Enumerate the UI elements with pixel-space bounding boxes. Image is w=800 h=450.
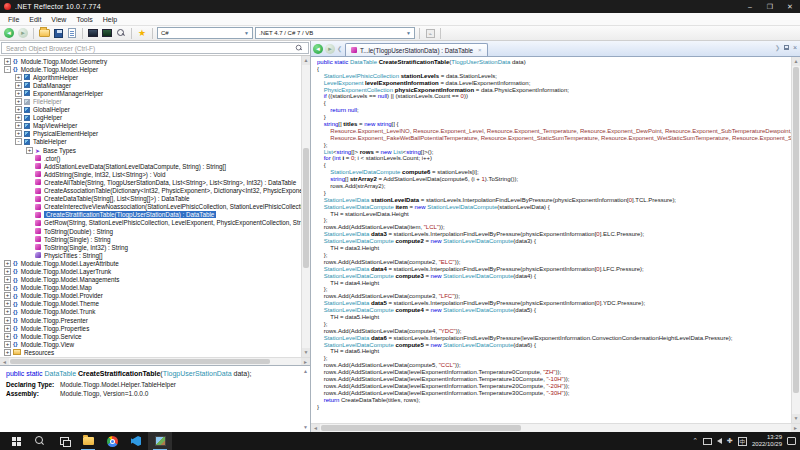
- title-bar[interactable]: .NET Reflector 10.0.7.774 – ❐ ✕: [0, 0, 800, 13]
- maximize-button[interactable]: ❐: [760, 0, 780, 13]
- tree-item[interactable]: +{}Module.Tlogp.Model.LayerTrunk: [0, 267, 301, 275]
- tab-decompiled-method[interactable]: T...le(TlogpUserStationData) : DataTable…: [345, 43, 488, 56]
- input-icon[interactable]: ✚: [727, 437, 733, 445]
- expander-icon[interactable]: +: [4, 349, 11, 356]
- tree-item[interactable]: +ExponentManagerHelper: [0, 89, 301, 97]
- expander-icon[interactable]: +: [4, 292, 11, 299]
- tree-item[interactable]: +{}Module.Tlogp.Model.Trunk: [0, 308, 301, 316]
- file-explorer-button[interactable]: [76, 432, 100, 450]
- scroll-left-icon[interactable]: ◄: [0, 358, 9, 365]
- assembly-list-button[interactable]: [87, 27, 99, 39]
- forward-button[interactable]: ►: [17, 27, 29, 39]
- tree-item[interactable]: ToString(Single, Int32) : String: [0, 243, 301, 251]
- assembly-source-button[interactable]: [101, 27, 113, 39]
- expander-icon[interactable]: +: [15, 122, 22, 129]
- menu-item-tools[interactable]: Tools: [71, 15, 97, 24]
- tree-item[interactable]: CreateAllTable(String, TlogpUserStationD…: [0, 178, 301, 186]
- tree-item[interactable]: +{}Module.Tlogp.Model.Theme: [0, 300, 301, 308]
- tree-item[interactable]: +{}Module.Tlogp.Presenter: [0, 316, 301, 324]
- tree-item[interactable]: CreateAssociationTable(Dictionary<Int32,…: [0, 187, 301, 195]
- vscode-button[interactable]: [124, 432, 148, 450]
- tree-item[interactable]: +{}Module.Tlogp.Model.Managements: [0, 276, 301, 284]
- tree-item[interactable]: ToString(Double) : String: [0, 227, 301, 235]
- expander-icon[interactable]: +: [15, 82, 22, 89]
- tree-item[interactable]: +PhysicalElementHelper: [0, 130, 301, 138]
- save-button[interactable]: [52, 27, 64, 39]
- close-button[interactable]: ✕: [780, 0, 800, 13]
- tree-item[interactable]: GetRow(String, StationLevelPhisicCollect…: [0, 219, 301, 227]
- tree-item[interactable]: ToString(Single) : String: [0, 235, 301, 243]
- tree-item[interactable]: +{}Module.Tlogp.Model.Map: [0, 284, 301, 292]
- tree-item[interactable]: +LogHelper: [0, 114, 301, 122]
- scroll-up-icon[interactable]: ▲: [792, 57, 800, 66]
- open-assembly-button[interactable]: [38, 27, 50, 39]
- tree-item[interactable]: +AlgorithmHelper: [0, 73, 301, 81]
- expander-icon[interactable]: +: [4, 308, 11, 315]
- menu-item-view[interactable]: View: [46, 15, 71, 24]
- scroll-down-icon[interactable]: ▼: [792, 414, 800, 423]
- search-button[interactable]: [115, 27, 127, 39]
- menu-item-help[interactable]: Help: [98, 15, 122, 24]
- task-view-button[interactable]: [52, 432, 76, 450]
- expander-icon[interactable]: +: [15, 130, 22, 137]
- tree-item[interactable]: +{}Module.Tlogp.Service: [0, 332, 301, 340]
- tree-item[interactable]: +DataManager: [0, 81, 301, 89]
- tree-item[interactable]: +Resources: [0, 348, 301, 356]
- expander-icon[interactable]: +: [4, 284, 11, 291]
- tab-scroll-left-icon[interactable]: ❮: [337, 45, 342, 52]
- scroll-up-icon[interactable]: ▲: [302, 56, 310, 65]
- volume-icon[interactable]: [717, 438, 722, 444]
- tree-item[interactable]: +➤Base Types: [0, 146, 301, 154]
- tab-close-icon[interactable]: ×: [478, 47, 482, 53]
- code-horizontal-scrollbar[interactable]: ◄ ►: [311, 423, 800, 432]
- action-center-icon[interactable]: [787, 437, 796, 445]
- expander-icon[interactable]: +: [26, 147, 33, 154]
- pin-icon[interactable]: [784, 45, 789, 50]
- attach-button[interactable]: ⌁: [424, 27, 436, 39]
- scroll-left-icon[interactable]: ◄: [311, 424, 320, 432]
- menu-item-edit[interactable]: Edit: [24, 15, 46, 24]
- tree-item[interactable]: +{}Module.Tlogp.Model.LayerAttribute: [0, 259, 301, 267]
- tree-item[interactable]: +{}Module.Tlogp.View: [0, 340, 301, 348]
- expander-icon[interactable]: +: [4, 260, 11, 267]
- scroll-right-icon[interactable]: ►: [791, 424, 800, 432]
- ime-icon[interactable]: 中: [738, 437, 747, 446]
- expander-icon[interactable]: -: [4, 66, 11, 73]
- favorites-button[interactable]: ★: [136, 27, 148, 39]
- panel-close-icon[interactable]: ×: [793, 44, 797, 51]
- details-scroll-down-icon[interactable]: ▼: [303, 424, 308, 430]
- tree-item[interactable]: AddString(Single, Int32, List<String>) :…: [0, 170, 301, 178]
- tree-item[interactable]: .ctor(): [0, 154, 301, 162]
- expander-icon[interactable]: +: [4, 333, 11, 340]
- tree-item[interactable]: AddStationLevelData(StationLevelDataComp…: [0, 162, 301, 170]
- tree-horizontal-scrollbar[interactable]: ◄ ►: [0, 357, 310, 365]
- expander-icon[interactable]: +: [15, 98, 22, 105]
- photos-button[interactable]: [148, 432, 172, 450]
- details-scroll-up-icon[interactable]: ▲: [303, 368, 308, 374]
- tree-item[interactable]: +GlobalHelper: [0, 106, 301, 114]
- expander-icon[interactable]: +: [4, 317, 11, 324]
- expander-icon[interactable]: +: [4, 276, 11, 283]
- expander-icon[interactable]: +: [4, 341, 11, 348]
- tree-item[interactable]: CreateStratificationTable(TlogpUserStati…: [0, 211, 301, 219]
- scroll-down-icon[interactable]: ▼: [302, 348, 310, 357]
- framework-select[interactable]: .NET 4.7 / C# 7 / VB▼: [255, 27, 415, 39]
- tree-item[interactable]: PhysicTitles : String[]: [0, 251, 301, 259]
- expander-icon[interactable]: +: [4, 58, 11, 65]
- tree-item[interactable]: +{}Module.Tlogp.Properties: [0, 324, 301, 332]
- history-forward-button[interactable]: ►: [325, 44, 335, 54]
- tree-item[interactable]: +{}Module.Tlogp.Model.Provider: [0, 292, 301, 300]
- display-icon[interactable]: [703, 438, 712, 445]
- back-button[interactable]: ◄: [3, 27, 15, 39]
- expander-icon[interactable]: +: [15, 106, 22, 113]
- tree-item[interactable]: -{}Module.Tlogp.Model.Helper: [0, 65, 301, 73]
- tree-item[interactable]: -TableHelper: [0, 138, 301, 146]
- scroll-right-icon[interactable]: ►: [301, 358, 310, 365]
- tree-item[interactable]: CreateInterectiveViewNoassociation(Stati…: [0, 203, 301, 211]
- expander-icon[interactable]: -: [15, 138, 22, 145]
- tree-item[interactable]: +MapViewHelper: [0, 122, 301, 130]
- tree-item[interactable]: +{}Module.Tlogp.Model.Geometry: [0, 57, 301, 65]
- hidden-icons-button[interactable]: ⌃: [692, 437, 698, 445]
- tree-item[interactable]: +FileHelper: [0, 97, 301, 105]
- menu-item-file[interactable]: File: [3, 15, 24, 24]
